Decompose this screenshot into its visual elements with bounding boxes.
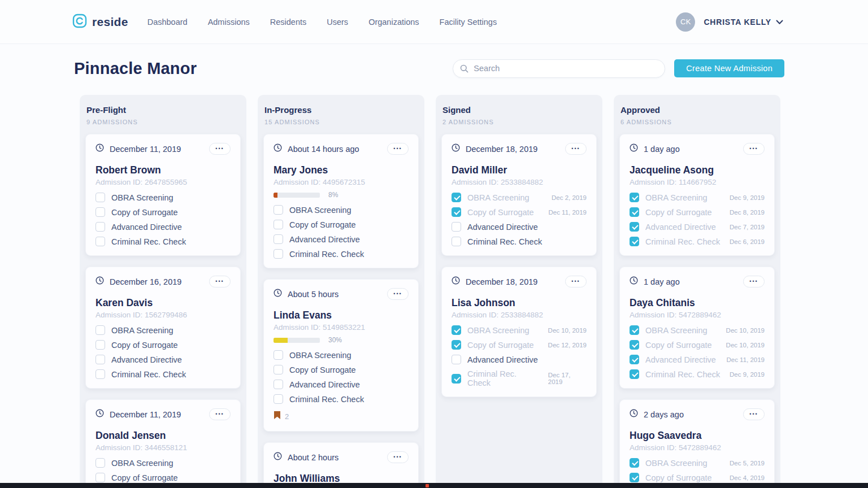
checklist-item[interactable]: Criminal Rec. Check (274, 394, 409, 404)
admission-card[interactable]: December 18, 2019 ••• David Miller Admis… (441, 134, 597, 256)
checklist-item[interactable]: OBRA Screening Dec 9, 2019 (630, 193, 765, 202)
create-new-admission-button[interactable]: Create New Admission (674, 59, 784, 77)
more-options-button[interactable]: ••• (387, 288, 409, 300)
admission-card[interactable]: 1 day ago ••• Jacqueline Asong Admission… (619, 134, 775, 256)
checkbox[interactable] (452, 374, 461, 384)
checkbox[interactable] (274, 350, 283, 360)
checkbox[interactable] (96, 237, 105, 246)
more-options-button[interactable]: ••• (743, 408, 765, 420)
checklist-item[interactable]: Copy of Surrogate (96, 473, 231, 482)
checklist-item[interactable]: Copy of Surrogate Dec 12, 2019 (452, 340, 587, 350)
checklist-item[interactable]: Advanced Directive Dec 7, 2019 (630, 222, 765, 232)
checkbox[interactable] (452, 340, 461, 350)
more-options-button[interactable]: ••• (743, 143, 765, 155)
checklist-item[interactable]: Criminal Rec. Check (96, 369, 231, 379)
nav-item-dashboard[interactable]: Dashboard (147, 18, 188, 27)
checkbox[interactable] (96, 369, 105, 379)
checklist-item[interactable]: Copy of Surrogate Dec 11, 2019 (452, 207, 587, 217)
checkbox[interactable] (96, 325, 105, 335)
checklist-item[interactable]: Advanced Directive (96, 355, 231, 364)
checkbox[interactable] (274, 365, 283, 374)
checkbox[interactable] (274, 220, 283, 229)
checkbox[interactable] (274, 380, 283, 389)
checklist-item[interactable]: OBRA Screening (274, 350, 409, 360)
checkbox[interactable] (630, 325, 639, 335)
checkbox[interactable] (630, 222, 639, 232)
checklist-item[interactable]: Advanced Directive (274, 380, 409, 389)
checkbox[interactable] (630, 237, 639, 246)
nav-item-facility-settings[interactable]: Facility Settings (440, 18, 497, 27)
checkbox[interactable] (96, 473, 105, 482)
checkbox[interactable] (96, 355, 105, 364)
nav-item-admissions[interactable]: Admissions (208, 18, 250, 27)
admission-card[interactable]: December 18, 2019 ••• Lisa Johnson Admis… (441, 267, 597, 397)
checklist-item[interactable]: OBRA Screening Dec 10, 2019 (630, 325, 765, 335)
checkbox[interactable] (452, 355, 461, 364)
nav-item-organizations[interactable]: Organizations (368, 18, 419, 27)
checklist-item[interactable]: Copy of Surrogate Dec 8, 2019 (630, 207, 765, 217)
checkbox[interactable] (630, 340, 639, 350)
checkbox[interactable] (96, 207, 105, 217)
more-options-button[interactable]: ••• (565, 276, 587, 287)
checkbox[interactable] (452, 193, 461, 202)
checklist-item[interactable]: Criminal Rec. Check (452, 237, 587, 246)
checklist-item[interactable]: Advanced Directive (274, 234, 409, 244)
checkbox[interactable] (274, 394, 283, 404)
checkbox[interactable] (452, 222, 461, 232)
search-input[interactable] (453, 59, 665, 78)
checkbox[interactable] (274, 234, 283, 244)
checklist-item[interactable]: OBRA Screening (96, 458, 231, 468)
checklist-item[interactable]: Advanced Directive Dec 11, 2019 (630, 355, 765, 364)
more-options-button[interactable]: ••• (743, 276, 765, 287)
checkbox[interactable] (96, 222, 105, 232)
checkbox[interactable] (630, 193, 639, 202)
checkbox[interactable] (274, 205, 283, 215)
checkbox[interactable] (96, 340, 105, 350)
checklist-item[interactable]: Criminal Rec. Check (274, 249, 409, 259)
user-menu[interactable]: CK CHRISTA KELLY (676, 12, 783, 32)
admission-card[interactable]: 1 day ago ••• Daya Chitanis Admission ID… (619, 267, 775, 389)
checklist-item[interactable]: Criminal Rec. Check Dec 9, 2019 (630, 369, 765, 379)
checkbox[interactable] (452, 237, 461, 246)
checklist-item[interactable]: OBRA Screening Dec 2, 2019 (452, 193, 587, 202)
admission-card[interactable]: December 16, 2019 ••• Karen Davis Admiss… (85, 267, 241, 389)
admission-card[interactable]: 2 days ago ••• Hugo Saavedra Admission I… (619, 399, 775, 488)
more-options-button[interactable]: ••• (565, 143, 587, 155)
checkbox[interactable] (630, 473, 639, 482)
checkbox[interactable] (274, 249, 283, 259)
checkbox[interactable] (452, 207, 461, 217)
more-options-button[interactable]: ••• (209, 143, 231, 155)
checklist-item[interactable]: OBRA Screening (96, 193, 231, 202)
more-options-button[interactable]: ••• (209, 408, 231, 420)
checklist-item[interactable]: Copy of Surrogate (274, 365, 409, 374)
video-progress-bar[interactable] (0, 483, 868, 488)
admission-card[interactable]: About 5 hours ••• Linda Evans Admission … (263, 279, 419, 432)
checklist-item[interactable]: Copy of Surrogate (96, 340, 231, 350)
more-options-button[interactable]: ••• (387, 451, 409, 463)
checklist-item[interactable]: Copy of Surrogate (96, 207, 231, 217)
nav-item-users[interactable]: Users (327, 18, 348, 27)
checklist-item[interactable]: Criminal Rec. Check Dec 17, 2019 (452, 369, 587, 387)
checklist-item[interactable]: Copy of Surrogate (274, 220, 409, 229)
checklist-item[interactable]: Copy of Surrogate Dec 10, 2019 (630, 340, 765, 350)
video-playhead[interactable] (426, 484, 429, 487)
checkbox[interactable] (630, 355, 639, 364)
checklist-item[interactable]: Criminal Rec. Check (96, 237, 231, 246)
checklist-item[interactable]: OBRA Screening (274, 205, 409, 215)
admission-card[interactable]: About 14 hours ago ••• Mary Jones Admiss… (263, 134, 419, 268)
more-options-button[interactable]: ••• (387, 143, 409, 155)
admission-card[interactable]: About 2 hours ••• John Williams Admissio… (263, 442, 419, 488)
checklist-item[interactable]: OBRA Screening Dec 10, 2019 (452, 325, 587, 335)
checklist-item[interactable]: Copy of Surrogate Dec 4, 2019 (630, 473, 765, 482)
checkbox[interactable] (452, 325, 461, 335)
checkbox[interactable] (96, 458, 105, 468)
admission-card[interactable]: December 11, 2019 ••• Robert Brown Admis… (85, 134, 241, 256)
checklist-item[interactable]: Criminal Rec. Check Dec 6, 2019 (630, 237, 765, 246)
checklist-item[interactable]: Advanced Directive (96, 222, 231, 232)
admission-card[interactable]: December 11, 2019 ••• Donald Jensen Admi… (85, 399, 241, 488)
checklist-item[interactable]: Advanced Directive (452, 222, 587, 232)
nav-item-residents[interactable]: Residents (270, 18, 306, 27)
checkbox[interactable] (630, 458, 639, 468)
more-options-button[interactable]: ••• (209, 276, 231, 287)
checklist-item[interactable]: OBRA Screening Dec 5, 2019 (630, 458, 765, 468)
